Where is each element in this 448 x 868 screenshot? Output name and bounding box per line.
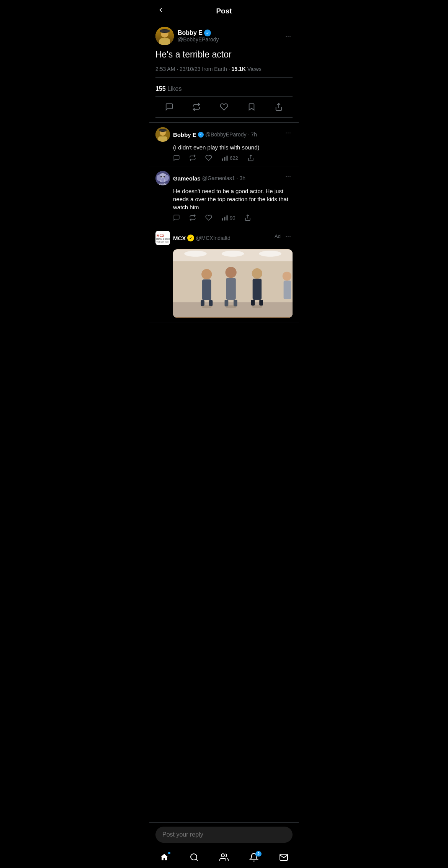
svg-point-35 [222,251,244,257]
svg-point-50 [283,272,291,281]
svg-point-42 [226,267,237,278]
tweet-author-details: Bobby E ✓ @BobbyEParody [178,30,219,43]
reply-retweet-btn-1[interactable] [189,154,196,161]
svg-rect-40 [201,300,204,306]
reply-share-btn-2[interactable] [244,214,251,221]
page-title: Post [216,7,232,15]
reply-actions-1: 622 [173,154,293,161]
svg-point-19 [164,175,169,181]
tweet-views-label: Views [247,66,262,72]
reply-more-button-1[interactable]: ··· [284,127,293,138]
reply-avatar-1[interactable] [155,127,170,142]
svg-rect-43 [226,278,235,300]
ad-video-scene [173,249,293,318]
reply-comment-btn-2[interactable] [173,214,180,221]
svg-rect-11 [159,130,167,131]
tweet-author-handle: @BobbyEParody [178,36,219,43]
reply-header-1: Bobby E ✓ @BobbyEParody · 7h ··· [155,127,293,142]
back-button[interactable] [155,5,166,17]
svg-point-21 [164,176,165,177]
svg-rect-3 [159,38,170,45]
reply-tweet-2: Gameolas Gameolas @Gameolas1 · 3h ··· He… [149,166,299,226]
svg-point-46 [252,268,262,279]
verified-badge: ✓ [204,30,211,36]
reply-like-btn-2[interactable] [205,214,212,221]
reply-time-val-1: 7h [251,131,257,138]
svg-rect-45 [234,300,237,307]
svg-rect-25 [224,217,226,221]
svg-rect-41 [209,300,213,306]
reply-author-details-1: Bobby E ✓ @BobbyEParody · 7h [173,131,257,138]
reply-avatar-2[interactable]: Gameolas [155,171,170,185]
reply-author-name-2: Gameolas [173,175,201,182]
reply-tweet-1: Bobby E ✓ @BobbyEParody · 7h ··· (I didn… [149,123,299,166]
reply-user-info-1: Bobby E ✓ @BobbyEParody · 7h [155,127,257,142]
like-button[interactable] [217,100,231,113]
reply-retweet-btn-2[interactable] [189,214,196,221]
reply-text-2: He doesn't need to be a good actor. He j… [173,187,293,211]
reply-author-handle-2: @Gameolas1 [202,175,235,181]
reply-button[interactable] [163,100,176,113]
svg-rect-24 [222,218,223,221]
svg-point-53 [226,305,237,308]
reply-stats-count-1: 622 [230,155,238,161]
retweet-button[interactable] [190,100,203,113]
tweet-user-info: Bobby E ✓ @BobbyEParody [155,27,219,45]
svg-rect-5 [160,30,170,32]
tweet-text: He's a terrible actor [155,48,293,61]
reply-name-row-1: Bobby E ✓ @BobbyEParody · 7h [173,131,257,138]
svg-rect-39 [202,279,211,300]
reply-verified-badge-1: ✓ [198,132,204,138]
reply-text-1: (I didn't even play this with sound) [173,143,293,151]
reply-stats-btn-2[interactable]: 90 [221,214,235,221]
avatar[interactable] [155,27,174,45]
svg-rect-14 [227,156,228,161]
svg-point-22 [161,178,164,182]
ad-author-details: MCX ✓ @MCXIndialtd [173,235,231,241]
svg-rect-48 [251,300,255,306]
svg-rect-26 [227,215,228,221]
reply-share-btn-1[interactable] [247,154,254,161]
reply-actions-2: 90 [173,214,293,221]
header: Post [149,0,299,22]
svg-point-38 [201,269,212,279]
more-options-button[interactable]: ··· [284,31,293,42]
ad-author-handle: @MCXIndialtd [196,235,230,241]
svg-text:Gameolas: Gameolas [157,183,167,185]
reply-like-btn-1[interactable] [205,154,212,161]
reply-author-details-2: Gameolas @Gameolas1 · 3h [173,175,245,182]
reply-more-button-2[interactable]: ··· [284,171,293,182]
action-bar [155,97,293,118]
divider-1 [155,77,293,78]
svg-rect-44 [225,300,229,307]
bookmark-button[interactable] [245,100,258,113]
svg-point-36 [259,251,281,257]
ad-name-row: MCX ✓ @MCXIndialtd [173,235,231,241]
svg-point-18 [157,175,161,181]
ad-verified-gold-badge: ✓ [187,235,194,241]
reply-author-handle-1: @BobbyEParody [205,131,247,138]
tweet-views-count: 15.1K [231,66,245,72]
reply-comment-btn-1[interactable] [173,154,180,161]
likes-count: 155 Likes [155,85,182,92]
svg-rect-37 [173,302,293,317]
ad-media[interactable] [173,249,293,318]
ad-avatar[interactable]: MCX METAL & ENERGY Trade with Trust [155,231,170,245]
ad-header: MCX METAL & ENERGY Trade with Trust MCX … [155,231,293,245]
svg-point-54 [252,305,262,308]
svg-rect-12 [222,159,223,161]
reply-author-name-1: Bobby E [173,131,196,138]
svg-text:Trade with Trust: Trade with Trust [156,241,169,243]
svg-point-34 [184,251,207,257]
svg-rect-51 [284,281,291,299]
svg-text:MCX: MCX [157,234,164,238]
ad-more-button[interactable]: ··· [284,231,293,242]
ad-label-area: Ad ··· [275,231,293,242]
ad-user-info: MCX METAL & ENERGY Trade with Trust MCX … [155,231,231,245]
reply-stats-btn-1[interactable]: 622 [221,154,238,161]
tweet-meta: 2:53 AM · 23/10/23 from Earth · 15.1K Vi… [155,66,293,72]
ad-author-name: MCX [173,235,186,241]
svg-point-20 [160,176,162,177]
share-button[interactable] [272,100,285,113]
svg-point-52 [201,305,212,308]
